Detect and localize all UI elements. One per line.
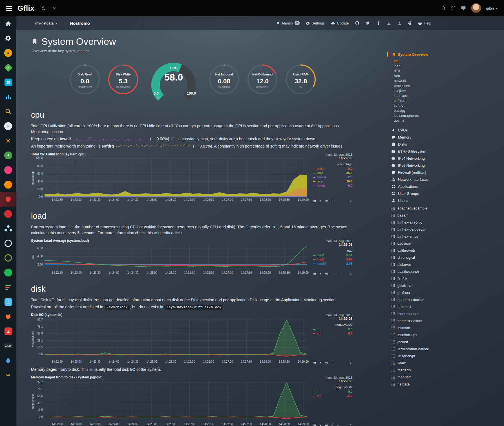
chart-zoom-out-icon[interactable] <box>337 272 340 275</box>
legend-in[interactable]: in0.0 <box>313 390 352 394</box>
menu-app-binhex-airsonic[interactable]: binhex-airsonic <box>387 219 480 226</box>
chart-skip-back-icon[interactable] <box>313 424 316 426</box>
menu-app-firefox[interactable]: firefox <box>387 275 480 282</box>
sidebar-app-spotify[interactable] <box>0 265 16 280</box>
menu-app-heimdall[interactable]: heimdall <box>387 303 480 310</box>
sidebar-app-healthchecks[interactable] <box>0 148 16 163</box>
refresh-icon[interactable] <box>41 6 46 11</box>
menu-app-influxdb-ups[interactable]: influxdb-ups <box>387 331 480 338</box>
menu-app-apacheguacamole[interactable]: apacheguacamole <box>387 205 480 212</box>
load-chart[interactable]: System Load Average (system.load)2.004.0… <box>31 239 352 276</box>
sidebar-app-pihole[interactable] <box>0 192 16 207</box>
chart-zoom-in-icon[interactable] <box>331 361 334 364</box>
fullscreen-icon[interactable] <box>451 6 456 11</box>
legend-nice[interactable]: nice20.4 <box>313 179 352 184</box>
settings-button[interactable]: Settings <box>306 21 325 25</box>
sidebar-app-gitlab[interactable] <box>0 309 16 324</box>
sidebar-app-heimdall[interactable] <box>0 295 16 309</box>
chart-zoom-out-icon[interactable] <box>337 424 340 426</box>
chart-plot[interactable]: 0.020.040.060.080.0100.014:22:3014:23:00… <box>31 157 310 203</box>
user-menu[interactable]: gilbn <box>486 6 498 10</box>
chart-resize-icon[interactable] <box>349 424 352 426</box>
sidebar-app-downloader[interactable] <box>0 324 16 338</box>
chart-skip-back-icon[interactable] <box>313 199 316 202</box>
menu-app-elasticsearch[interactable]: elasticsearch <box>387 268 480 275</box>
legend-out[interactable]: out-5.3 <box>313 331 352 336</box>
menu-sub-disk[interactable]: disk <box>394 69 480 74</box>
chart-plot[interactable]: 2.004.006.0014:22:3014:23:0014:23:3014:2… <box>31 243 310 276</box>
sidebar-app-utorrent[interactable] <box>0 251 16 265</box>
menu-app-netdata[interactable]: netdata <box>387 381 480 388</box>
sidebar-app-resilio[interactable] <box>0 207 16 221</box>
help-button[interactable]: Help <box>418 21 431 25</box>
sidebar-app-plex[interactable] <box>0 46 16 60</box>
legend-load15[interactable]: load152.06 <box>313 262 352 266</box>
menu-section-users[interactable]: Users <box>387 197 480 204</box>
chart-resize-icon[interactable] <box>349 199 352 202</box>
sidebar-app-jackett[interactable] <box>0 104 16 119</box>
chart-skip-forward-icon[interactable] <box>325 272 328 275</box>
import-button[interactable] <box>387 21 391 25</box>
menu-sub-uptime[interactable]: uptime <box>394 118 480 123</box>
twitter-button[interactable] <box>366 21 370 26</box>
chart-skip-forward-icon[interactable] <box>325 199 328 202</box>
sidebar-app-lazylibrarian[interactable]: LAZY <box>0 338 16 353</box>
menu-app-monitorr[interactable]: monitorr <box>387 374 480 381</box>
menu-section-firewall-netfilter-[interactable]: Firewall (netfilter) <box>387 169 480 176</box>
search-icon[interactable] <box>441 6 446 11</box>
menu-sub-ram[interactable]: ram <box>394 74 480 79</box>
chart-zoom-in-icon[interactable] <box>331 424 334 426</box>
menu-section-memory[interactable]: Memory <box>387 134 480 141</box>
sidebar-app-unmanic[interactable] <box>0 236 16 251</box>
menu-app-letsencrypt[interactable]: letsencrypt <box>387 353 480 360</box>
menu-app-grafana[interactable]: grafana <box>387 289 480 296</box>
menu-sub-ipc-semaphores[interactable]: ipc semaphores <box>394 113 480 119</box>
menu-sub-interrupts[interactable]: interrupts <box>394 93 480 99</box>
legend-softirq[interactable]: softirq0.0 <box>313 167 352 171</box>
menu-app-hiddenloader[interactable]: hiddenloader <box>387 310 480 317</box>
sidebar-app-xteve[interactable] <box>0 133 16 148</box>
menu-section-ipv6-networking[interactable]: IPv6 Networking <box>387 162 480 169</box>
chart-skip-forward-icon[interactable] <box>325 361 328 364</box>
chart-skip-forward-icon[interactable] <box>325 424 328 426</box>
chart-zoom-in-icon[interactable] <box>331 199 334 202</box>
menu-sub-idlejitter[interactable]: idlejitter <box>394 89 480 94</box>
menu-app-hddtemp-docker[interactable]: hddtemp-docker <box>387 296 480 303</box>
chart-zoom-out-icon[interactable] <box>337 199 340 202</box>
legend-load1[interactable]: load16.51 <box>313 253 352 257</box>
menu-sub-softnet[interactable]: softnet <box>394 103 480 108</box>
menu-section-btrfs-filesystem[interactable]: BTRFS filesystem <box>387 148 480 155</box>
chart-play-icon[interactable] <box>319 361 322 364</box>
cpu-chart[interactable]: Total CPU utilization (system.cpu)0.020.… <box>31 152 352 203</box>
sidebar-app-tautulli[interactable] <box>0 163 16 177</box>
sidebar-app-monitorr[interactable] <box>0 280 16 295</box>
menu-section-applications[interactable]: Applications <box>387 183 480 190</box>
chart-resize-icon[interactable] <box>349 272 352 275</box>
menu-system-overview[interactable]: System Overview <box>387 52 480 57</box>
legend-out[interactable]: out-5.2 <box>313 394 352 398</box>
sidebar-app-settings[interactable] <box>0 31 16 46</box>
chart-zoom-in-icon[interactable] <box>331 272 334 275</box>
menu-app-chronograf[interactable]: chronograf <box>387 254 480 261</box>
chart-plot[interactable]: 0.019.539.158.678.197.714:22:3014:23:001… <box>31 317 310 365</box>
print-button[interactable] <box>408 21 412 25</box>
sidebar-app-emby[interactable] <box>0 60 16 75</box>
menu-app-diskover[interactable]: diskover <box>387 261 480 268</box>
chart-skip-back-icon[interactable] <box>313 361 316 364</box>
menu-app-home-assistant[interactable]: home-assistant <box>387 317 480 324</box>
menu-app-calibreweb[interactable]: calibreweb <box>387 247 480 254</box>
memory-paged-chart[interactable]: Memory Paged from/to disk (system.pgpgio… <box>31 375 352 426</box>
close-tab-icon[interactable] <box>52 6 57 10</box>
menu-section-network-interfaces[interactable]: Network Interfaces <box>387 176 480 183</box>
sidebar-app-sabnzbd[interactable]: sab <box>0 368 16 382</box>
update-button[interactable]: Update <box>331 21 349 25</box>
monitor-icon[interactable] <box>461 6 466 11</box>
sidebar-app-portainer[interactable] <box>0 75 16 90</box>
menu-app-bazarr[interactable]: bazarr <box>387 212 480 219</box>
disk-io-chart[interactable]: Disk I/O (system.io)0.019.539.158.678.19… <box>31 313 352 365</box>
legend-system[interactable]: system2.3 <box>313 175 352 179</box>
legend-user[interactable]: user35.3 <box>313 171 352 175</box>
export-button[interactable] <box>397 21 401 25</box>
chart-skip-back-icon[interactable] <box>313 272 316 275</box>
menu-section-cpus[interactable]: CPUs <box>387 127 480 134</box>
